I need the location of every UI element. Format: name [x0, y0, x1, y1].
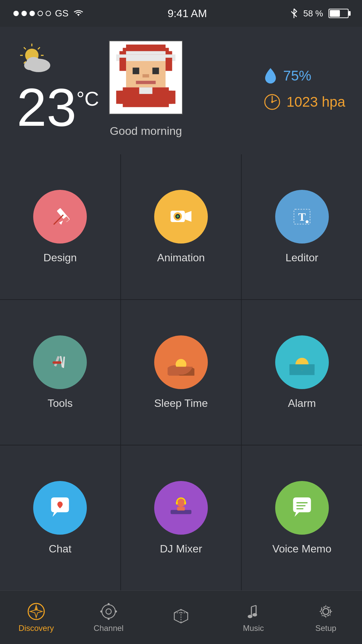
svg-point-72 [108, 603, 110, 605]
battery-icon [328, 9, 349, 18]
svg-point-30 [271, 101, 273, 103]
temperature-unit: °C [76, 87, 99, 110]
greeting-text: Good morning [110, 124, 182, 138]
weather-center: Good morning [109, 41, 183, 138]
svg-rect-60 [171, 510, 191, 514]
svg-rect-44 [54, 356, 60, 367]
svg-rect-47 [53, 361, 62, 364]
animation-icon [154, 190, 208, 244]
signal-dots [13, 11, 51, 16]
svg-rect-21 [136, 80, 156, 84]
battery-fill [330, 10, 340, 17]
pressure-value: 1023 hpa [287, 94, 345, 110]
app-cell-voicememo[interactable]: Voice Memo [242, 445, 362, 590]
svg-rect-64 [177, 507, 185, 511]
signal-dot-5 [46, 11, 51, 16]
weather-stats: 75% 1023 hpa [263, 67, 345, 111]
pressure-icon [263, 93, 281, 111]
humidity-icon [263, 67, 278, 85]
tools-label: Tools [48, 397, 73, 410]
app-cell-design[interactable]: Design [0, 154, 120, 299]
svg-text:T: T [298, 210, 306, 223]
setup-tab-label: Setup [315, 624, 337, 633]
pixel-avatar [109, 41, 183, 114]
temperature-value: 23 [17, 80, 76, 134]
svg-point-42 [305, 220, 309, 223]
app-cell-alarm[interactable]: Alarm [242, 300, 362, 445]
djmixer-icon [154, 481, 208, 535]
svg-point-38 [177, 215, 179, 217]
svg-marker-76 [174, 609, 188, 623]
sleeptime-label: Sleep Time [154, 397, 208, 410]
battery-percent: 58 % [303, 8, 323, 19]
weather-left: 23 °C [17, 44, 99, 134]
status-time: 9:41 AM [168, 7, 207, 20]
leditor-icon: T [275, 190, 329, 244]
svg-rect-27 [120, 58, 126, 71]
chat-label: Chat [49, 543, 72, 555]
svg-rect-25 [116, 91, 123, 104]
discovery-tab-label: Discovery [18, 624, 54, 633]
design-icon [33, 190, 87, 244]
tools-icon [33, 335, 87, 389]
tab-channel[interactable]: Channel [72, 602, 145, 633]
svg-rect-24 [139, 87, 153, 94]
weather-section: 23 °C [0, 27, 362, 154]
tab-bar: Discovery Channel [0, 590, 362, 644]
pressure-row: 1023 hpa [263, 93, 345, 111]
svg-rect-63 [184, 501, 186, 504]
channel-tab-label: Channel [94, 624, 123, 633]
tab-home[interactable] [145, 607, 217, 628]
svg-marker-33 [59, 220, 63, 224]
tab-music[interactable]: Music [217, 602, 290, 633]
signal-dot-4 [38, 11, 43, 16]
app-cell-chat[interactable]: Chat [0, 445, 120, 590]
music-icon [244, 602, 263, 621]
setup-icon [316, 602, 335, 621]
status-bar: GS 9:41 AM 58 % [0, 0, 362, 27]
voicememo-label: Voice Memo [273, 543, 331, 555]
signal-dot-1 [13, 11, 19, 16]
signal-dot-2 [21, 11, 27, 16]
sleeptime-icon [154, 335, 208, 389]
svg-point-75 [115, 610, 117, 612]
music-tab-label: Music [243, 624, 264, 633]
main-content: 23 °C [0, 27, 362, 590]
svg-rect-62 [176, 501, 178, 504]
partly-cloudy-icon [17, 44, 57, 74]
signal-dot-3 [29, 11, 35, 16]
svg-point-82 [248, 615, 252, 618]
svg-rect-46 [63, 357, 65, 368]
app-cell-animation[interactable]: Animation [121, 154, 241, 299]
leditor-label: Leditor [286, 252, 318, 264]
svg-line-81 [251, 605, 256, 607]
svg-rect-19 [153, 67, 159, 74]
voicememo-icon [275, 481, 329, 535]
svg-rect-59 [289, 364, 314, 371]
svg-point-73 [108, 618, 110, 620]
app-cell-tools[interactable]: Tools [0, 300, 120, 445]
app-cell-leditor[interactable]: T Leditor [242, 154, 362, 299]
design-label: Design [44, 252, 77, 264]
home-cube-icon [172, 607, 190, 626]
tab-setup[interactable]: Setup [290, 602, 362, 633]
humidity-value: 75% [283, 68, 311, 84]
app-grid: Design Animation [0, 154, 362, 590]
svg-point-83 [252, 613, 257, 616]
temperature-display: 23 °C [17, 80, 99, 134]
svg-rect-18 [133, 67, 139, 74]
app-cell-sleeptime[interactable]: Sleep Time [121, 300, 241, 445]
svg-point-11 [24, 61, 36, 70]
svg-line-7 [38, 47, 40, 49]
svg-point-74 [100, 610, 102, 612]
alarm-icon [275, 335, 329, 389]
channel-icon [99, 602, 118, 621]
app-cell-djmixer[interactable]: DJ Mixer [121, 445, 241, 590]
discovery-icon [27, 602, 46, 621]
bluetooth-icon [290, 7, 298, 19]
humidity-row: 75% [263, 67, 345, 85]
tab-discovery[interactable]: Discovery [0, 602, 72, 633]
svg-point-71 [106, 609, 111, 614]
svg-marker-39 [185, 211, 192, 222]
svg-point-70 [102, 605, 115, 618]
